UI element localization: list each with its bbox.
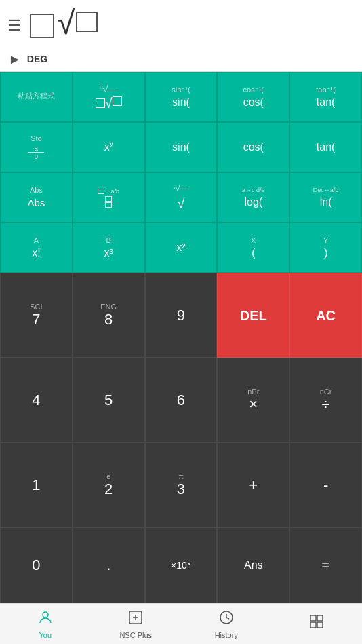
sqrt-inner-box: [76, 12, 98, 32]
num-key-8[interactable]: ENG8: [73, 273, 145, 358]
send-icon[interactable]: ►: [8, 52, 22, 67]
sci-key-x_[interactable]: x²: [145, 223, 218, 273]
nav-item-history[interactable]: History: [181, 604, 272, 644]
num-key-_[interactable]: nPr×: [217, 358, 289, 442]
num-key-AC[interactable]: AC: [289, 273, 362, 358]
sci-key-[interactable]: ─ a/b: [73, 172, 145, 223]
num-key-_[interactable]: nCr÷: [289, 358, 362, 442]
num-key-Ans[interactable]: Ans: [217, 527, 289, 603]
nav-label-0: You: [39, 631, 52, 639]
grid-icon: [308, 613, 325, 634]
svg-rect-8: [317, 622, 323, 628]
num-key-6[interactable]: 6: [145, 358, 218, 442]
num-key-_[interactable]: =: [289, 527, 362, 603]
sci-key-[interactable]: xy: [73, 122, 145, 172]
sci-key-log_[interactable]: a↔c d/elog(: [217, 172, 289, 223]
sci-key-Sto[interactable]: Stoab: [0, 122, 73, 172]
num-key-_[interactable]: +: [217, 442, 289, 527]
sci-key-x_[interactable]: Ax!: [0, 223, 73, 273]
nav-item-[interactable]: [272, 604, 363, 644]
header-bottom: ► DEG: [8, 48, 354, 67]
sci-key-tan_[interactable]: tan⁻¹(tan(: [289, 72, 362, 122]
sci-key-Abs[interactable]: AbsAbs: [0, 172, 73, 223]
plus-square-icon: [127, 609, 144, 630]
formula-box: [30, 14, 54, 38]
svg-rect-7: [310, 622, 316, 628]
svg-point-0: [43, 612, 48, 618]
num-key-_[interactable]: -: [289, 442, 362, 527]
num-key-2[interactable]: e2: [73, 442, 145, 527]
sqrt-symbol: √: [57, 7, 75, 39]
sci-key-tan_[interactable]: tan(: [289, 122, 362, 172]
num-key-9[interactable]: 9: [145, 273, 218, 358]
num-key-7[interactable]: SCI7: [0, 273, 73, 358]
nav-item-nsc-plus[interactable]: NSC Plus: [91, 604, 182, 644]
sci-key-_[interactable]: Y): [289, 223, 362, 273]
num-key-DEL[interactable]: DEL: [217, 273, 289, 358]
sci-key-cos_[interactable]: cos⁻¹(cos(: [217, 72, 289, 122]
sci-key-[interactable]: ³√—√: [145, 172, 218, 223]
sci-key-_[interactable]: X(: [217, 223, 289, 273]
num-key-1[interactable]: 1: [0, 442, 73, 527]
num-key-0[interactable]: 0: [0, 527, 73, 603]
sci-key-ln_[interactable]: Dec↔a/bln(: [289, 172, 362, 223]
sci-key-cos_[interactable]: cos(: [217, 122, 289, 172]
person-icon: [37, 609, 54, 630]
header-top: ☰ √: [8, 7, 354, 45]
sci-key-x_[interactable]: Bx³: [73, 223, 145, 273]
num-key-_10_[interactable]: ×10ˣ: [145, 527, 218, 603]
menu-icon[interactable]: ☰: [8, 17, 22, 35]
bottom-nav: YouNSC PlusHistory: [0, 603, 362, 644]
sci-key-sin_[interactable]: sin⁻¹(sin(: [145, 72, 218, 122]
num-key-_[interactable]: .: [73, 527, 145, 603]
svg-rect-6: [317, 615, 323, 621]
svg-rect-5: [310, 615, 316, 621]
clock-icon: [218, 609, 235, 630]
header: ☰ √ ► DEG: [0, 0, 362, 72]
sci-key-[interactable]: n√—√: [73, 72, 145, 122]
num-key-3[interactable]: π3: [145, 442, 218, 527]
nav-label-1: NSC Plus: [119, 631, 152, 639]
nav-label-2: History: [215, 631, 238, 639]
scientific-keyboard: 粘贴方程式n√—√sin⁻¹(sin(cos⁻¹(cos(tan⁻¹(tan(S…: [0, 72, 362, 273]
nav-item-you[interactable]: You: [0, 604, 91, 644]
deg-label: DEG: [27, 54, 47, 64]
formula-display: √: [30, 7, 98, 45]
sci-key-_____[interactable]: 粘贴方程式: [0, 72, 73, 122]
sci-key-sin_[interactable]: sin(: [145, 122, 218, 172]
num-key-4[interactable]: 4: [0, 358, 73, 442]
numeric-keyboard: SCI7ENG89DELAC456nPr×nCr÷1e2π3+-0.×10ˣAn…: [0, 273, 362, 603]
num-key-5[interactable]: 5: [73, 358, 145, 442]
